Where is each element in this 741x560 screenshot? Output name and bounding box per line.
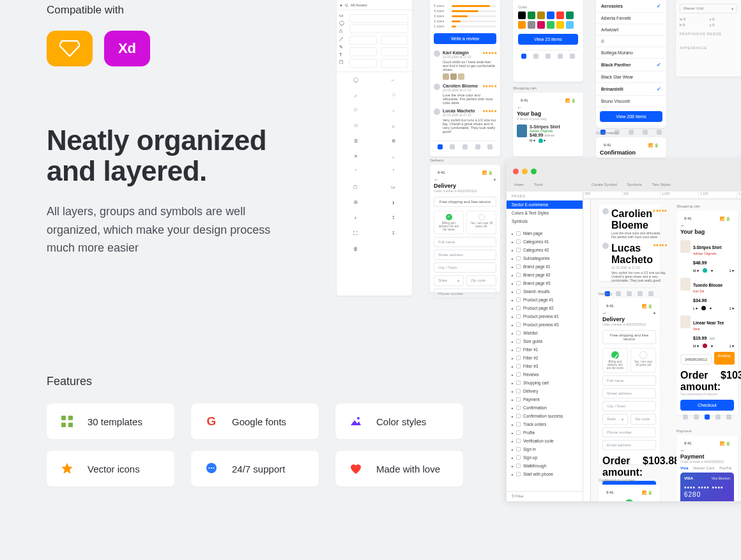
- search-icon[interactable]: ⌕: [337, 87, 374, 103]
- sketch-canvas[interactable]: 8009001,0001,1001,200 Carolien Bloeme★★★…: [583, 192, 741, 501]
- circle-icon[interactable]: ◯: [337, 72, 374, 87]
- pen-tool-icon[interactable]: ✎: [339, 45, 346, 50]
- artboard-row[interactable]: ▸Filter #3: [507, 362, 583, 370]
- brand-row[interactable]: Brinardelli✓: [596, 83, 666, 96]
- canvas-success[interactable]: 9:41📶 🔋 ✓Success: [599, 485, 660, 501]
- text-tool-icon[interactable]: T: [339, 52, 346, 57]
- svg-rect-2: [61, 423, 66, 427]
- svg-point-6: [208, 467, 210, 469]
- arrow-down-icon[interactable]: ↓: [374, 149, 412, 164]
- brand-row[interactable]: Aerosoles✓: [596, 0, 666, 13]
- artboard-row[interactable]: ▸Payment: [507, 395, 583, 404]
- artboard-row[interactable]: ▸Main page: [507, 229, 583, 238]
- chevron-up-icon[interactable]: ˄: [337, 164, 374, 179]
- features-label: Features: [47, 375, 321, 388]
- close-icon[interactable]: ✕: [337, 149, 374, 164]
- artboard-row[interactable]: ▸Brand page #3: [507, 279, 583, 287]
- brand-row[interactable]: Artwizart: [596, 24, 666, 36]
- download-icon[interactable]: ↧: [374, 225, 412, 241]
- checkout-button[interactable]: Checkout: [680, 400, 734, 411]
- page-sector-ecommerce[interactable]: Sector E-commerce: [507, 201, 583, 209]
- arrow-left-icon[interactable]: ←: [374, 72, 412, 87]
- artboard-row[interactable]: ▸Filter #2: [507, 354, 583, 362]
- artboard-row[interactable]: ▸Verification code: [507, 437, 583, 445]
- artboard-row[interactable]: ▸Sign in: [507, 445, 583, 453]
- card-icon[interactable]: ▭: [374, 179, 412, 195]
- artboard-row[interactable]: ▸Categories #2: [507, 246, 583, 254]
- sliders-icon[interactable]: ⚙: [374, 133, 412, 149]
- canvas-delivery[interactable]: 9:41📶 🔋 ←+ Delivery Order number is #202…: [599, 298, 660, 464]
- plus-icon[interactable]: +: [337, 210, 374, 225]
- circle-tool-icon[interactable]: ◯: [339, 20, 346, 26]
- artboard-row[interactable]: ▸Confirmation: [507, 404, 583, 412]
- svg-point-8: [213, 467, 214, 469]
- user-icon[interactable]: ⚇: [337, 118, 374, 133]
- artboard-row[interactable]: ▸Categories #1: [507, 238, 583, 246]
- artboard-row[interactable]: ▸Walkthrough: [507, 462, 583, 470]
- artboard-row[interactable]: ▸Product preview #3: [507, 321, 583, 329]
- view-brand-items-button[interactable]: View 208 items: [600, 111, 662, 122]
- star-icon: [61, 462, 73, 475]
- brand-row[interactable]: Bottega Murano: [596, 47, 666, 59]
- arrow-right-icon[interactable]: →: [374, 103, 412, 118]
- artboard-row[interactable]: ▸Reviews: [507, 370, 583, 379]
- artboard-row[interactable]: ▸Product page #1: [507, 296, 583, 304]
- inspector-panel: Master Grid▾ w 0x 0 h 0y 0 RESPONSIVE RE…: [676, 0, 741, 77]
- rect-tool-icon[interactable]: ▭: [339, 13, 346, 18]
- artboard-row[interactable]: ▸Confirmation success: [507, 412, 583, 420]
- assets-search[interactable]: All Assets: [351, 3, 367, 7]
- canvas-payment[interactable]: 9:41📶 🔋 ← Payment Order number is #20200…: [676, 435, 738, 501]
- artboard-row[interactable]: ▸Search results: [507, 287, 583, 296]
- grid-icon: [61, 415, 73, 428]
- compatible-label: Compatible with: [47, 4, 321, 17]
- svg-rect-1: [68, 416, 73, 420]
- heart-outline-icon[interactable]: ♡: [374, 87, 412, 103]
- window-controls[interactable]: [513, 169, 537, 174]
- trash-icon[interactable]: 🗑: [337, 241, 374, 256]
- artboard-row[interactable]: ▸Track orders: [507, 420, 583, 428]
- artboard-row[interactable]: ▸Shopping cart: [507, 379, 583, 387]
- line-tool-icon[interactable]: ／: [339, 36, 346, 42]
- layer-filter-input[interactable]: Filter: [516, 494, 524, 498]
- delivery-label-small: Delivery: [430, 158, 444, 162]
- color-swatches[interactable]: [518, 11, 578, 29]
- grid-icon[interactable]: ⊞: [337, 195, 374, 210]
- artboard-row[interactable]: ▸Filter #1: [507, 345, 583, 354]
- artboard-row[interactable]: ▸Brand page #1: [507, 262, 583, 271]
- feature-support: 24/7 support: [191, 451, 319, 487]
- artboard-row[interactable]: ▸Subcategories: [507, 254, 583, 262]
- triangle-tool-icon[interactable]: △: [339, 28, 346, 33]
- artboard-row[interactable]: ▸Brand page #2: [507, 271, 583, 279]
- home-icon[interactable]: ⌂: [374, 118, 412, 133]
- confirmation-card: 9:41📶 🔋 Confirmation: [596, 137, 666, 158]
- brand-row[interactable]: Black Star Wear: [596, 72, 666, 83]
- view-items-button[interactable]: View 23 items: [518, 34, 578, 45]
- canvas-reviews[interactable]: Carolien Bloeme★★★★★Love the shoe color …: [599, 204, 660, 281]
- list-icon[interactable]: ☰: [337, 133, 374, 149]
- xd-app-icon: Xd: [104, 31, 150, 66]
- artboard-row[interactable]: ▸Delivery: [507, 387, 583, 395]
- artboard-row[interactable]: ▸Start with phone: [507, 470, 583, 478]
- cart-icon[interactable]: ⛶: [337, 225, 374, 241]
- brand-row[interactable]: Alberta Ferretti: [596, 13, 666, 24]
- page-colors-text[interactable]: Colors & Text Styles: [507, 209, 583, 217]
- page-symbols[interactable]: Symbols: [507, 217, 583, 225]
- artboard-tool-icon[interactable]: ▢: [339, 59, 346, 64]
- sketch-layers-sidebar[interactable]: PAGES Sector E-commerce Colors & Text St…: [507, 192, 583, 501]
- chevron-down-icon[interactable]: ˅: [374, 164, 412, 179]
- artboard-row[interactable]: ▸Profile: [507, 428, 583, 437]
- canvas-bag[interactable]: 9:41📶 🔋 ← Your bag 3-Stripes ShirtAdidas…: [676, 211, 738, 415]
- artboard-row[interactable]: ▸Wishlist: [507, 329, 583, 337]
- square-icon[interactable]: ▢: [337, 179, 374, 195]
- bookmark-icon[interactable]: ⚐: [337, 103, 374, 118]
- brand-row[interactable]: Bruno Visconti: [596, 96, 666, 107]
- artboard-row[interactable]: ▸Product preview #1: [507, 312, 583, 321]
- artboard-row[interactable]: ▸Sign up: [507, 453, 583, 462]
- chart-icon[interactable]: ⫿: [374, 195, 412, 210]
- artboard-row[interactable]: ▸Product page #2: [507, 304, 583, 312]
- upload-icon[interactable]: ↥: [374, 210, 412, 225]
- assets-panel: ▸ Q All Assets ▭ ◯ △ ／ ✎ T ▢ ◯← ⌕♡: [337, 0, 412, 296]
- write-review-button[interactable]: Write a review: [434, 33, 496, 44]
- brand-row[interactable]: Black Panther✓: [596, 59, 666, 72]
- artboard-row[interactable]: ▸Size guide: [507, 337, 583, 345]
